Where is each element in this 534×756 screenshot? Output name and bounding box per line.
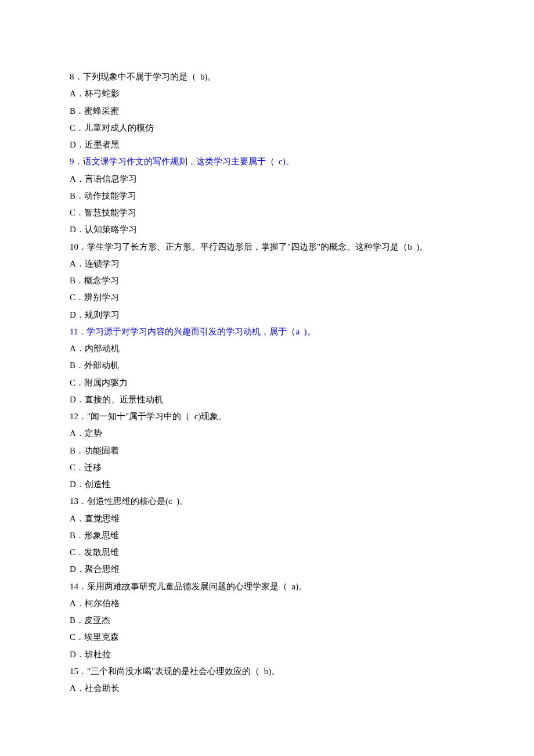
- question-option: B．蜜蜂采蜜: [70, 103, 464, 120]
- question-option: A．柯尔伯格: [70, 595, 464, 612]
- question-option: D．班杜拉: [70, 646, 464, 663]
- question-option: D．聚合思维: [70, 561, 464, 578]
- question-option: D．规则学习: [70, 307, 464, 323]
- question-option: C．埃里克森: [70, 629, 464, 646]
- question-option: C．儿童对成人的模仿: [70, 120, 464, 136]
- question-stem: 10．学生学习了长方形、正方形、平行四边形后，掌握了"四边形"的概念。这种学习是…: [70, 239, 464, 255]
- question-stem: 11．学习源于对学习内容的兴趣而引发的学习动机，属于（a )。: [70, 323, 464, 340]
- question-option: B．功能固着: [70, 442, 464, 459]
- question-option: B．形象思维: [70, 527, 464, 544]
- question-option: D．创造性: [70, 476, 464, 493]
- question-option: C．智慧技能学习: [70, 204, 464, 221]
- question-stem: 12．"闻一知十"属于学习中的（ c)现象。: [70, 408, 464, 425]
- question-option: C．迁移: [70, 459, 464, 476]
- question-option: A．内部动机: [70, 340, 464, 357]
- question-stem: 13．创造性思维的核心是(c )。: [70, 493, 464, 510]
- question-option: D．近墨者黑: [70, 136, 464, 153]
- question-option: D．直接的、近景性动机: [70, 391, 464, 408]
- question-option: A．定势: [70, 425, 464, 442]
- question-option: B．皮亚杰: [70, 612, 464, 629]
- question-stem: 9．语文课学习作文的写作规则，这类学习主要属于（ c)。: [70, 153, 464, 170]
- question-option: C．辨别学习: [70, 289, 464, 306]
- question-option: A．杯弓蛇影: [70, 85, 464, 102]
- question-stem: 14．采用两难故事研究儿童品德发展问题的心理学家是（ a)。: [70, 578, 464, 595]
- question-option: A．连锁学习: [70, 255, 464, 272]
- question-option: A．直觉思维: [70, 510, 464, 527]
- question-option: A．言语信息学习: [70, 171, 464, 188]
- question-stem: 8．下列现象中不属于学习的是（ b)。: [70, 69, 464, 85]
- question-option: B．动作技能学习: [70, 188, 464, 204]
- question-option: C．发散思维: [70, 544, 464, 561]
- question-option: B．外部动机: [70, 357, 464, 374]
- question-option: B．概念学习: [70, 272, 464, 289]
- question-option: D．认知策略学习: [70, 221, 464, 238]
- question-option: A．社会助长: [70, 680, 464, 697]
- question-option: C．附属内驱力: [70, 375, 464, 391]
- question-stem: 15．"三个和尚没水喝"表现的是社会心理效应的（ b)。: [70, 663, 464, 680]
- document-content: 8．下列现象中不属于学习的是（ b)。A．杯弓蛇影B．蜜蜂采蜜C．儿童对成人的模…: [70, 69, 464, 697]
